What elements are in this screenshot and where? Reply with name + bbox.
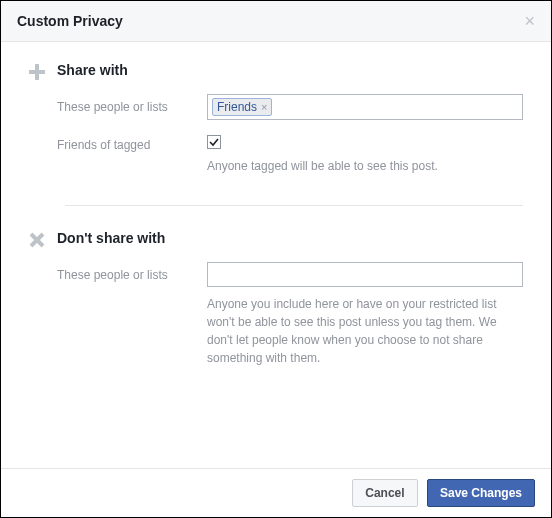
dont-share-with-heading: Don't share with	[57, 230, 523, 246]
save-button[interactable]: Save Changes	[427, 479, 535, 507]
plus-icon	[29, 62, 57, 80]
share-with-section: Share with These people or lists Friends…	[29, 62, 523, 187]
share-with-people-row: These people or lists Friends ×	[57, 94, 523, 120]
dialog-footer: Cancel Save Changes	[1, 468, 551, 517]
dont-share-with-people-input[interactable]	[207, 262, 523, 287]
friends-of-tagged-label: Friends of tagged	[57, 132, 207, 152]
friends-of-tagged-checkbox[interactable]	[207, 135, 523, 149]
section-divider	[65, 205, 523, 206]
svg-rect-1	[29, 70, 45, 74]
token-friends[interactable]: Friends ×	[212, 98, 272, 116]
share-with-help: Anyone tagged will be able to see this p…	[207, 157, 523, 175]
svg-rect-2	[208, 136, 221, 149]
cancel-button[interactable]: Cancel	[352, 479, 417, 507]
token-remove-icon[interactable]: ×	[261, 101, 267, 113]
share-with-people-label: These people or lists	[57, 94, 207, 114]
token-label: Friends	[217, 100, 257, 114]
x-icon	[29, 230, 57, 248]
dialog-header: Custom Privacy ×	[1, 1, 551, 42]
close-icon[interactable]: ×	[524, 14, 535, 28]
dont-share-with-section: Don't share with These people or lists A…	[29, 230, 523, 379]
friends-of-tagged-row: Friends of tagged Anyone tagged will be …	[57, 132, 523, 175]
dont-share-with-people-row: These people or lists Anyone you include…	[57, 262, 523, 367]
dont-share-with-people-label: These people or lists	[57, 262, 207, 282]
dialog-body: Share with These people or lists Friends…	[1, 42, 551, 379]
share-with-heading: Share with	[57, 62, 523, 78]
share-with-people-input[interactable]: Friends ×	[207, 94, 523, 120]
dialog-title: Custom Privacy	[17, 13, 123, 29]
dont-share-with-help: Anyone you include here or have on your …	[207, 295, 523, 367]
